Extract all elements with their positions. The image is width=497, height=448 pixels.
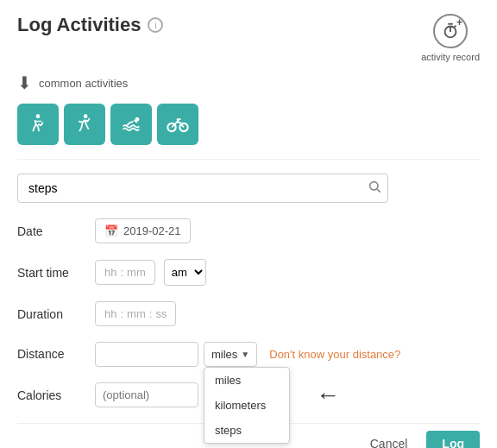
page-title: Log Activities (17, 14, 141, 36)
activity-run-button[interactable] (64, 104, 105, 145)
distance-input[interactable] (95, 342, 198, 367)
date-value: 2019-02-21 (123, 224, 181, 237)
unit-option-steps[interactable]: steps (204, 418, 289, 443)
activity-record-button[interactable]: + activity record (421, 14, 480, 62)
left-arrow-icon: ← (316, 382, 340, 409)
svg-line-11 (377, 189, 381, 192)
down-arrow-icon: ⬇ (17, 73, 32, 93)
calories-label: Calories (17, 388, 86, 402)
unit-select-button[interactable]: miles ▼ (204, 342, 257, 367)
duration-mm: mm (127, 307, 146, 320)
unit-option-kilometers[interactable]: kilometers (204, 393, 289, 418)
time-hh: hh (104, 266, 116, 279)
unit-option-miles[interactable]: miles (204, 368, 289, 393)
duration-ss: ss (155, 307, 167, 320)
log-button[interactable]: Log (426, 431, 480, 448)
run-icon (72, 112, 97, 136)
date-input[interactable]: 📅 2019-02-21 (95, 218, 191, 243)
svg-point-9 (177, 118, 179, 120)
common-activities-row: ⬇ common activities (17, 73, 480, 93)
duration-colon-2: : (149, 307, 153, 320)
common-activities-label: common activities (39, 77, 128, 90)
chevron-down-icon: ▼ (241, 350, 249, 359)
duration-colon-1: : (120, 307, 123, 320)
duration-hh: hh (104, 307, 116, 320)
time-input[interactable]: hh : mm (95, 260, 155, 285)
walk-icon (26, 112, 50, 136)
search-button[interactable] (368, 180, 381, 197)
distance-label: Distance (17, 347, 86, 361)
info-icon[interactable]: i (148, 17, 163, 33)
date-label: Date (17, 224, 86, 238)
swim-icon (119, 112, 143, 136)
svg-point-10 (370, 182, 378, 190)
duration-row: Duration hh : mm : ss (17, 301, 480, 326)
svg-point-4 (36, 114, 41, 118)
activity-record-label: activity record (421, 52, 480, 62)
activity-walk-button[interactable] (17, 104, 59, 145)
unit-dropdown-menu: miles kilometers steps (204, 367, 290, 444)
time-colon-1: : (120, 266, 123, 279)
activity-record-icon: + (433, 14, 468, 48)
svg-point-5 (84, 114, 88, 118)
search-wrapper (17, 174, 388, 203)
duration-input[interactable]: hh : mm : ss (95, 301, 176, 326)
time-mm: mm (127, 266, 146, 279)
activity-bike-button[interactable] (157, 104, 198, 145)
unit-selected-value: miles (211, 348, 237, 361)
cancel-button[interactable]: Cancel (360, 431, 418, 448)
activity-icons (17, 104, 480, 145)
search-input[interactable] (17, 174, 388, 203)
bike-icon (166, 112, 190, 136)
start-time-label: Start time (17, 266, 86, 280)
activity-swim-button[interactable] (110, 104, 152, 145)
section-divider (17, 159, 480, 160)
header: Log Activities i + activity record (17, 14, 480, 62)
unit-dropdown-wrapper: miles ▼ miles kilometers steps (204, 342, 257, 367)
date-row: Date 📅 2019-02-21 (17, 218, 480, 243)
dont-know-distance-link[interactable]: Don't know your distance? (269, 348, 400, 361)
start-time-row: Start time hh : mm am pm (17, 259, 480, 286)
search-icon (368, 180, 381, 193)
distance-row: Distance miles ▼ miles kilometers steps … (17, 342, 480, 367)
page-container: Log Activities i + activity record ⬇ com… (0, 0, 497, 448)
calendar-icon: 📅 (104, 224, 118, 237)
duration-label: Duration (17, 307, 86, 321)
calories-input[interactable] (95, 382, 198, 407)
title-row: Log Activities i (17, 14, 163, 36)
ampm-select[interactable]: am pm (164, 259, 206, 286)
